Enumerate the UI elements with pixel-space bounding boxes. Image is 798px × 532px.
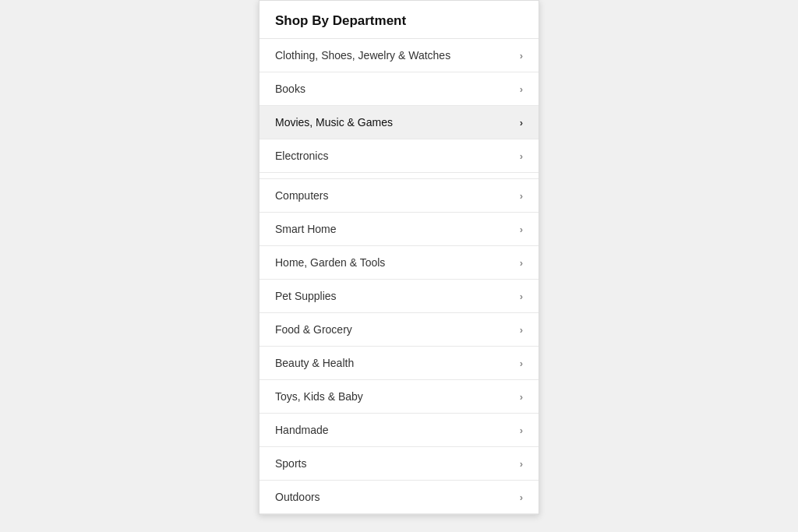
chevron-icon-outdoors: ›	[520, 491, 523, 503]
menu-item-smart-home[interactable]: Smart Home›	[260, 213, 538, 246]
menu-item-label-handmade: Handmade	[275, 424, 329, 436]
menu-item-electronics[interactable]: Electronics›	[260, 139, 538, 173]
department-menu: Shop By Department Clothing, Shoes, Jewe…	[259, 0, 539, 515]
menu-item-label-beauty-health: Beauty & Health	[275, 357, 354, 369]
menu-item-toys-kids[interactable]: Toys, Kids & Baby›	[260, 380, 538, 414]
menu-item-handmade[interactable]: Handmade›	[260, 414, 538, 447]
menu-header: Shop By Department	[260, 1, 538, 39]
menu-item-label-clothing: Clothing, Shoes, Jewelry & Watches	[275, 49, 450, 62]
menu-item-movies[interactable]: Movies, Music & Games›	[260, 106, 538, 139]
chevron-icon-electronics: ›	[520, 150, 523, 162]
chevron-icon-toys-kids: ›	[520, 391, 523, 403]
menu-item-home-garden[interactable]: Home, Garden & Tools›	[260, 246, 538, 280]
chevron-icon-smart-home: ›	[520, 224, 523, 235]
menu-item-label-sports: Sports	[275, 457, 306, 470]
chevron-icon-books: ›	[520, 83, 523, 95]
menu-item-clothing[interactable]: Clothing, Shoes, Jewelry & Watches›	[260, 39, 538, 72]
menu-item-beauty-health[interactable]: Beauty & Health›	[260, 347, 538, 380]
menu-item-outdoors[interactable]: Outdoors›	[260, 481, 538, 514]
chevron-icon-home-garden: ›	[520, 257, 523, 269]
menu-spacer	[260, 173, 538, 179]
chevron-icon-computers: ›	[520, 190, 523, 202]
menu-item-label-outdoors: Outdoors	[275, 491, 320, 503]
menu-item-label-food-grocery: Food & Grocery	[275, 323, 352, 336]
menu-title: Shop By Department	[275, 13, 406, 28]
menu-item-label-books: Books	[275, 83, 305, 95]
menu-item-food-grocery[interactable]: Food & Grocery›	[260, 313, 538, 347]
menu-item-computers[interactable]: Computers›	[260, 179, 538, 213]
chevron-icon-beauty-health: ›	[520, 358, 523, 369]
menu-item-label-smart-home: Smart Home	[275, 223, 337, 235]
menu-item-label-movies: Movies, Music & Games	[275, 116, 393, 129]
chevron-icon-pet-supplies: ›	[520, 291, 523, 302]
menu-item-label-toys-kids: Toys, Kids & Baby	[275, 390, 363, 403]
chevron-icon-movies: ›	[520, 117, 523, 129]
menu-item-label-home-garden: Home, Garden & Tools	[275, 256, 385, 269]
menu-items-list: Clothing, Shoes, Jewelry & Watches›Books…	[260, 39, 538, 514]
menu-item-books[interactable]: Books›	[260, 72, 538, 106]
chevron-icon-handmade: ›	[520, 425, 523, 436]
menu-item-label-computers: Computers	[275, 189, 328, 202]
menu-item-sports[interactable]: Sports›	[260, 447, 538, 481]
chevron-icon-food-grocery: ›	[520, 324, 523, 336]
menu-item-pet-supplies[interactable]: Pet Supplies›	[260, 280, 538, 313]
menu-item-label-electronics: Electronics	[275, 150, 328, 162]
chevron-icon-clothing: ›	[520, 50, 523, 62]
menu-item-label-pet-supplies: Pet Supplies	[275, 290, 337, 302]
chevron-icon-sports: ›	[520, 458, 523, 470]
